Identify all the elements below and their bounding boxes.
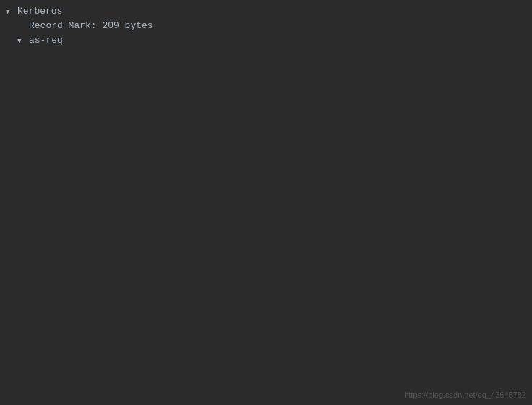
tree-line: Record Mark: 209 bytes	[6, 19, 526, 33]
tree-key: Record Mark: 209 bytes	[29, 19, 153, 33]
tree-line: ▼Kerberos	[6, 4, 526, 19]
tree-view: ▼KerberosRecord Mark: 209 bytes▼as-req	[0, 0, 532, 52]
tree-arrow[interactable]: ▼	[6, 8, 16, 18]
main-container: ▼KerberosRecord Mark: 209 bytes▼as-req h…	[0, 0, 532, 405]
tree-key: Kerberos	[17, 4, 62, 19]
tree-arrow[interactable]: ▼	[17, 37, 27, 47]
tree-line: ▼as-req	[6, 33, 526, 48]
watermark: https://blog.csdn.net/qq_43645782	[404, 391, 526, 399]
tree-key: as-req	[29, 33, 63, 48]
